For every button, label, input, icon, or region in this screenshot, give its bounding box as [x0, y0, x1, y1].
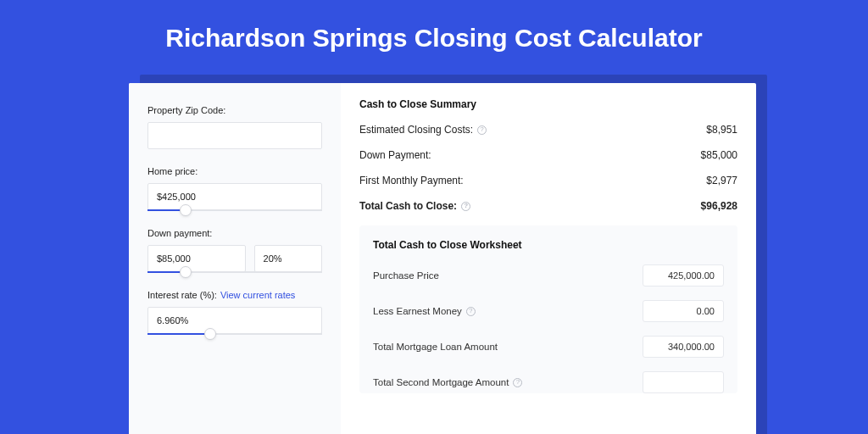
summary-row-value: $85,000 [701, 149, 737, 161]
worksheet-row-label: Less Earnest Money? [373, 306, 476, 316]
home-price-field: Home price: [147, 166, 322, 211]
help-icon[interactable]: ? [461, 202, 470, 211]
worksheet-input[interactable] [643, 371, 724, 393]
summary-row-label: Estimated Closing Costs:? [359, 124, 487, 136]
zip-input[interactable] [147, 122, 322, 149]
zip-label: Property Zip Code: [147, 105, 322, 115]
worksheet-row: Total Mortgage Loan Amount [373, 336, 724, 358]
slider-thumb-icon[interactable] [204, 328, 216, 340]
down-payment-slider[interactable] [147, 271, 322, 273]
worksheet-input[interactable] [643, 264, 724, 287]
summary-title: Cash to Close Summary [359, 98, 737, 110]
help-icon[interactable]: ? [477, 125, 487, 135]
summary-row: Down Payment:$85,000 [359, 149, 737, 161]
worksheet-title: Total Cash to Close Worksheet [373, 239, 724, 251]
summary-row-value: $8,951 [706, 124, 737, 136]
down-payment-input[interactable] [147, 245, 246, 272]
interest-rate-label: Interest rate (%): [147, 290, 217, 300]
worksheet-row-label: Purchase Price [373, 270, 439, 281]
down-payment-label: Down payment: [147, 228, 322, 238]
summary-row: Total Cash to Close:?$96,928 [359, 200, 737, 212]
help-icon[interactable]: ? [513, 378, 522, 387]
worksheet-row-label: Total Mortgage Loan Amount [373, 342, 498, 352]
zip-field: Property Zip Code: [147, 105, 322, 149]
summary-row: First Monthly Payment:$2,977 [359, 175, 737, 186]
down-payment-field: Down payment: [147, 228, 322, 273]
worksheet-row: Less Earnest Money? [373, 300, 724, 322]
interest-rate-input[interactable] [147, 307, 322, 334]
slider-thumb-icon[interactable] [180, 266, 192, 278]
page-title: Richardson Springs Closing Cost Calculat… [0, 0, 868, 70]
worksheet-input[interactable] [643, 300, 724, 322]
interest-rate-slider[interactable] [147, 333, 322, 335]
inputs-panel: Property Zip Code: Home price: Down paym… [129, 83, 341, 434]
summary-row-label: First Monthly Payment: [359, 175, 464, 186]
worksheet-panel: Total Cash to Close Worksheet Purchase P… [359, 225, 737, 393]
down-payment-pct-input[interactable] [254, 245, 322, 272]
calculator-card: Property Zip Code: Home price: Down paym… [129, 83, 756, 434]
summary-row-value: $2,977 [706, 175, 737, 186]
help-icon[interactable]: ? [466, 307, 476, 316]
summary-row-label: Total Cash to Close:? [359, 200, 470, 212]
worksheet-row: Purchase Price [373, 264, 724, 287]
interest-rate-field: Interest rate (%): View current rates [147, 290, 322, 335]
summary-row: Estimated Closing Costs:?$8,951 [359, 124, 737, 136]
home-price-input[interactable] [147, 183, 322, 210]
worksheet-row: Total Second Mortgage Amount? [373, 371, 724, 393]
slider-thumb-icon[interactable] [180, 204, 192, 216]
view-rates-link[interactable]: View current rates [220, 290, 295, 300]
summary-row-label: Down Payment: [359, 149, 431, 161]
worksheet-input[interactable] [643, 336, 724, 358]
home-price-label: Home price: [147, 166, 322, 176]
worksheet-row-label: Total Second Mortgage Amount? [373, 377, 522, 387]
results-panel: Cash to Close Summary Estimated Closing … [341, 83, 756, 434]
home-price-slider[interactable] [147, 209, 322, 211]
summary-row-value: $96,928 [701, 200, 737, 212]
